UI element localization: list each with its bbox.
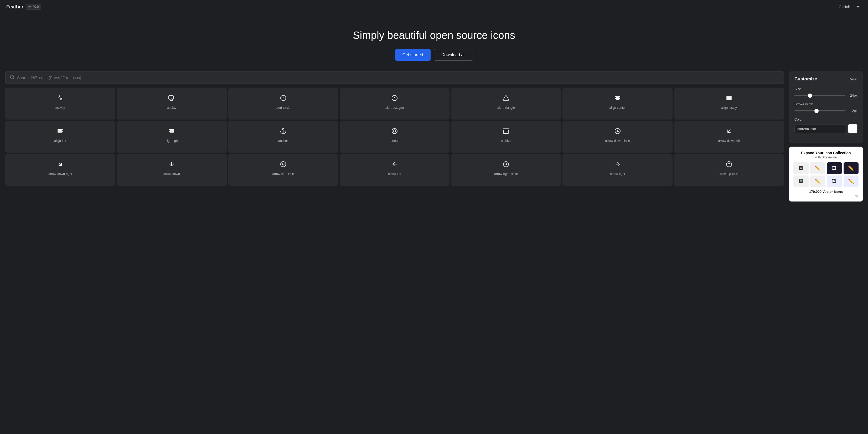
- color-text-input[interactable]: [795, 125, 846, 133]
- icon-card-activity[interactable]: activity: [5, 88, 115, 120]
- icon-card-aperture[interactable]: aperture: [340, 121, 450, 153]
- sidebar: Customize Reset Size 24px Stroke width 2…: [784, 71, 863, 202]
- alert-triangle-label: alert-triangle: [497, 106, 515, 110]
- app-logo: Feather: [6, 4, 23, 10]
- icon-card-alert-circle[interactable]: alert-circle: [228, 88, 338, 120]
- icon-card-alert-triangle[interactable]: alert-triangle: [451, 88, 561, 120]
- download-all-button[interactable]: Download all: [434, 49, 473, 61]
- arrow-down-right-label: arrow-down-right: [48, 172, 72, 176]
- icon-card-arrow-down[interactable]: arrow-down: [117, 154, 226, 186]
- activity-label: activity: [56, 106, 65, 110]
- align-justify-icon: [726, 94, 732, 102]
- hero-buttons: Get started Download all: [6, 49, 862, 61]
- icon-card-arrow-down-left[interactable]: arrow-down-left: [674, 121, 784, 153]
- reset-button[interactable]: Reset: [848, 77, 858, 81]
- airplay-label: airplay: [167, 106, 176, 110]
- customize-title: Customize: [795, 76, 817, 82]
- icon-card-align-right[interactable]: align-right: [117, 121, 226, 153]
- main-content: activityairplayalert-circlealert-octagon…: [0, 71, 868, 207]
- svg-line-1: [13, 78, 14, 79]
- size-value: 24px: [848, 94, 858, 97]
- theme-toggle-button[interactable]: ☀: [854, 3, 862, 10]
- icon-card-arrow-left-circle[interactable]: arrow-left-circle: [228, 154, 338, 186]
- color-label: Color: [795, 118, 858, 121]
- arrow-up-circle-label: arrow-up-circle: [718, 172, 739, 176]
- icon-card-arrow-left[interactable]: arrow-left: [340, 154, 450, 186]
- arrow-down-icon: [168, 160, 175, 168]
- get-started-button[interactable]: Get started: [395, 49, 431, 61]
- alert-octagon-icon: [392, 94, 398, 102]
- icon-grid: activityairplayalert-circlealert-octagon…: [5, 88, 784, 186]
- airplay-icon: [168, 94, 175, 102]
- header: Feather v4.29.0 GitHub ☀: [0, 0, 868, 14]
- github-link[interactable]: GitHub: [839, 5, 850, 9]
- align-right-label: align-right: [165, 139, 179, 143]
- icon-card-align-center[interactable]: align-center: [562, 88, 672, 120]
- arrow-left-label: arrow-left: [388, 172, 401, 176]
- svg-rect-36: [503, 129, 509, 130]
- ad-icon-8: ✏️: [843, 176, 859, 187]
- ad-icon-4: ✏️: [843, 162, 859, 174]
- svg-line-40: [728, 130, 730, 132]
- svg-marker-2: [170, 99, 173, 100]
- ad-icon-2: ✏️: [810, 162, 826, 174]
- arrow-left-icon: [392, 160, 398, 168]
- align-center-icon: [615, 94, 621, 102]
- icon-card-arrow-down-right[interactable]: arrow-down-right: [5, 154, 115, 186]
- sun-icon: ☀: [856, 4, 860, 10]
- activity-icon: [57, 94, 63, 102]
- ad-icon-5: 🖼: [794, 176, 809, 187]
- hero-section: Simply beautiful open source icons Get s…: [0, 14, 868, 71]
- search-bar: [5, 71, 784, 84]
- alert-circle-label: alert-circle: [276, 106, 290, 110]
- arrow-right-label: arrow-right: [610, 172, 625, 176]
- ad-title: Expand Your Icon Collection: [794, 151, 859, 155]
- search-icon: [10, 74, 14, 81]
- stroke-value: 2px: [848, 109, 858, 113]
- arrow-down-right-icon: [57, 160, 63, 168]
- version-badge: v4.29.0: [26, 4, 41, 10]
- arrow-down-circle-icon: [615, 127, 621, 135]
- icon-card-align-justify[interactable]: align-justify: [674, 88, 784, 120]
- ad-icons-grid: 🖼 ✏️ 🖼 ✏️ 🖼 ✏️ 🖼 ✏️: [794, 162, 859, 187]
- icon-card-arrow-up-circle[interactable]: arrow-up-circle: [674, 154, 784, 186]
- stroke-control: Stroke width 2px: [795, 102, 858, 113]
- align-left-label: align-left: [54, 139, 66, 143]
- icon-card-arrow-right[interactable]: arrow-right: [562, 154, 672, 186]
- alert-circle-icon: [280, 94, 286, 102]
- arrow-left-circle-label: arrow-left-circle: [273, 172, 294, 176]
- ad-icon-1: 🖼: [794, 162, 809, 174]
- arrow-left-circle-icon: [280, 160, 286, 168]
- archive-icon: [503, 127, 509, 135]
- anchor-icon: [280, 127, 286, 135]
- color-swatch[interactable]: [848, 124, 858, 133]
- alert-octagon-label: alert-octagon: [385, 106, 404, 110]
- icon-card-arrow-down-circle[interactable]: arrow-down-circle: [562, 121, 672, 153]
- icon-card-align-left[interactable]: align-left: [5, 121, 115, 153]
- stroke-slider-row: 2px: [795, 109, 858, 113]
- icon-card-anchor[interactable]: anchor: [228, 121, 338, 153]
- ad-icon-7: 🖼: [827, 176, 842, 187]
- align-right-icon: [168, 127, 175, 135]
- arrow-down-circle-label: arrow-down-circle: [605, 139, 630, 143]
- arrow-down-left-icon: [726, 127, 732, 135]
- ad-subtitle: with Streamline: [794, 156, 859, 159]
- stroke-slider[interactable]: [795, 110, 845, 112]
- search-input[interactable]: [17, 75, 779, 80]
- anchor-label: anchor: [278, 139, 288, 143]
- archive-label: archive: [501, 139, 511, 143]
- arrow-up-circle-icon: [726, 160, 732, 168]
- header-left: Feather v4.29.0: [6, 4, 41, 10]
- icon-card-alert-octagon[interactable]: alert-octagon: [340, 88, 450, 120]
- size-slider[interactable]: [795, 95, 845, 96]
- icon-card-arrow-right-circle[interactable]: arrow-right-circle: [451, 154, 561, 186]
- icon-card-airplay[interactable]: airplay: [117, 88, 226, 120]
- aperture-icon: [392, 127, 398, 135]
- align-center-label: align-center: [609, 106, 626, 110]
- icon-card-archive[interactable]: archive: [451, 121, 561, 153]
- icon-area: activityairplayalert-circlealert-octagon…: [5, 71, 784, 202]
- hero-title: Simply beautiful open source icons: [6, 29, 862, 41]
- aperture-label: aperture: [389, 139, 401, 143]
- arrow-down-left-label: arrow-down-left: [718, 139, 740, 143]
- svg-line-41: [59, 163, 61, 165]
